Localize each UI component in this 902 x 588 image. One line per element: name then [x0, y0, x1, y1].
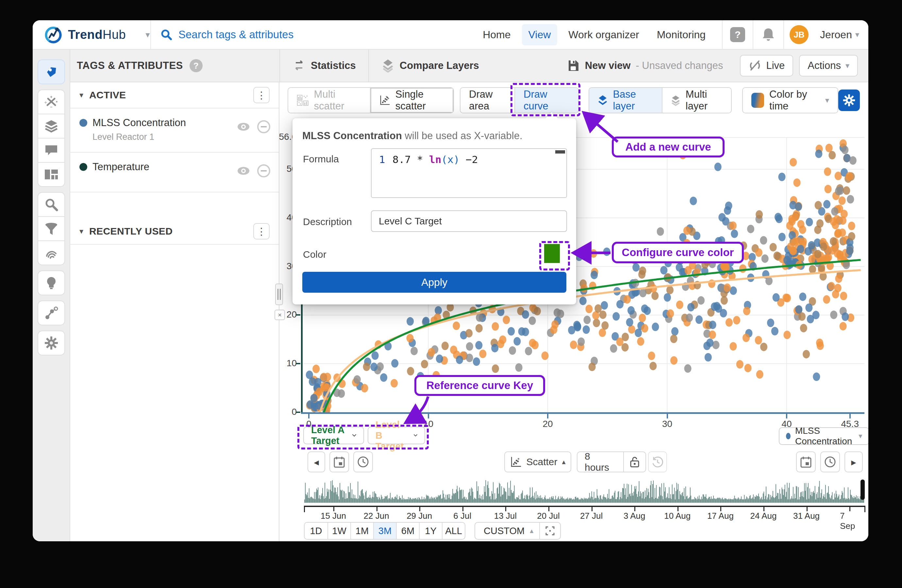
rail-tags-button[interactable]: [38, 59, 65, 84]
base-layer-button[interactable]: Base layer: [589, 88, 662, 113]
time-gradient-icon: [751, 93, 764, 108]
x-tick-mark: [308, 414, 310, 419]
rail-context-items-button[interactable]: [38, 300, 65, 325]
formula-editor[interactable]: 1 8.7 * ln(x) −2: [371, 148, 567, 198]
user-name[interactable]: Jeroen: [820, 29, 852, 41]
actions-button[interactable]: Actions ▾: [799, 55, 858, 77]
color-by-time-button[interactable]: Color by time ▾: [743, 88, 838, 113]
ref-curve-a-dropdown[interactable]: Level A Target: [303, 427, 364, 444]
user-menu-caret-icon[interactable]: ▾: [855, 30, 859, 39]
live-button[interactable]: Live: [740, 55, 793, 77]
active-section-header[interactable]: ▾ ACTIVE ⋮: [70, 82, 279, 108]
rail-comments-button[interactable]: [38, 138, 65, 163]
chart-mode-dropdown[interactable]: Scatter ▴: [504, 452, 571, 472]
start-date-button[interactable]: [329, 452, 349, 472]
layers-icon: [44, 120, 58, 133]
curve-color-swatch[interactable]: [544, 244, 560, 263]
trendhub-logo-icon: [44, 25, 63, 44]
brand-caret-icon[interactable]: ▾: [146, 30, 150, 40]
end-time-button[interactable]: [820, 452, 840, 472]
collapse-caret-icon[interactable]: ▾: [80, 227, 83, 236]
help-button[interactable]: ?: [723, 20, 753, 49]
search-bar[interactable]: Search tags & attributes: [151, 28, 476, 41]
timeline-tick: [720, 507, 721, 511]
active-section-menu-button[interactable]: ⋮: [253, 87, 269, 103]
tag-item-temperature[interactable]: Temperature: [70, 153, 279, 192]
brand-logo[interactable]: TrendHub ▾: [33, 25, 150, 44]
notifications-button[interactable]: [753, 20, 783, 49]
nav-monitoring[interactable]: Monitoring: [650, 24, 712, 45]
panel-help-icon[interactable]: ?: [189, 59, 203, 72]
rail-search-button[interactable]: [38, 192, 65, 217]
rail-fingerprint-button[interactable]: [38, 241, 65, 265]
formula-code[interactable]: 8.7 * ln(x) −2: [393, 153, 478, 165]
pan-left-button[interactable]: ◂: [307, 452, 325, 472]
time-window-group[interactable]: 8 hours: [577, 452, 646, 472]
view-status: - Unsaved changes: [636, 60, 723, 72]
range-all-button[interactable]: ALL: [442, 523, 465, 539]
start-time-button[interactable]: [353, 452, 373, 472]
nav-work-organizer[interactable]: Work organizer: [562, 24, 645, 45]
description-input[interactable]: Level C Target: [371, 210, 567, 232]
rail-dashboards-button[interactable]: [38, 162, 65, 187]
range-1y-button[interactable]: 1Y: [419, 523, 442, 539]
panel-resize-handle[interactable]: [275, 283, 283, 305]
collapse-caret-icon[interactable]: ▾: [80, 91, 83, 100]
end-date-button[interactable]: [796, 452, 816, 472]
pan-right-button[interactable]: ▸: [844, 452, 863, 472]
editor-scrollbar[interactable]: [555, 150, 565, 153]
panel-collapse-button[interactable]: ×: [274, 310, 285, 320]
multi-scatter-button[interactable]: Multi scatter: [288, 88, 370, 113]
custom-range-group[interactable]: CUSTOM ▴: [474, 522, 561, 540]
y-tick-label: 10: [272, 358, 297, 369]
range-1m-button[interactable]: 1M: [350, 523, 373, 539]
range-1w-button[interactable]: 1W: [327, 523, 350, 539]
range-3m-button[interactable]: 3M: [373, 523, 396, 539]
visibility-eye-icon[interactable]: [236, 166, 251, 176]
visibility-eye-icon[interactable]: [236, 122, 251, 132]
draw-area-button[interactable]: Draw area: [460, 88, 514, 113]
timeline-tick: [334, 507, 334, 511]
search-icon: [44, 198, 58, 211]
rail-formulas-button[interactable]: + ÷ * −: [38, 89, 65, 114]
history-button[interactable]: [648, 452, 667, 472]
tag-color-dot: [80, 163, 87, 171]
user-avatar[interactable]: JB: [784, 20, 814, 49]
single-scatter-button[interactable]: Single scatter: [370, 88, 453, 113]
context-graph-icon: [44, 306, 58, 320]
nav-home[interactable]: Home: [476, 24, 517, 45]
recently-used-menu-button[interactable]: ⋮: [253, 223, 269, 239]
formula-label: Formula: [303, 153, 339, 165]
x-variable-legend-dropdown[interactable]: MLSS Concentration ▾: [779, 427, 868, 445]
remove-tag-icon[interactable]: [257, 120, 271, 134]
view-name: New view: [585, 60, 631, 72]
timeline-cursor-handle[interactable]: [860, 480, 865, 500]
tag-item-mlss[interactable]: MLSS Concentration Level Reactor 1: [70, 108, 279, 153]
ref-curve-b-dropdown[interactable]: Level B Target: [368, 427, 425, 444]
range-1d-button[interactable]: 1D: [305, 523, 327, 539]
rail-settings-button[interactable]: [38, 331, 65, 355]
legend-caret-icon: ▾: [858, 432, 862, 440]
chart-settings-button[interactable]: [838, 89, 860, 111]
rail-recommendations-button[interactable]: [38, 271, 65, 295]
timeline-tick: [634, 507, 635, 511]
remove-tag-icon[interactable]: [257, 164, 271, 178]
timeline-month-label: 13 Jul: [494, 511, 517, 521]
rail-filter-button[interactable]: [38, 216, 65, 241]
fit-range-button[interactable]: [540, 526, 560, 536]
timeline-strip[interactable]: [304, 476, 865, 504]
recently-used-section-header[interactable]: ▾ RECENTLY USED ⋮: [70, 219, 279, 245]
nav-view[interactable]: View: [522, 24, 557, 45]
multi-layer-button[interactable]: Multi layer: [662, 88, 731, 113]
compare-layers-button[interactable]: Compare Layers: [368, 49, 492, 82]
statistics-button[interactable]: Statistics: [279, 49, 368, 82]
y-tick-mark: [296, 411, 300, 413]
time-window-value[interactable]: 8 hours: [578, 451, 623, 473]
range-6m-button[interactable]: 6M: [396, 523, 419, 539]
timeline-month-label: 31 Aug: [793, 511, 820, 521]
apply-button[interactable]: Apply: [302, 272, 566, 293]
lock-window-button[interactable]: [624, 456, 645, 468]
draw-curve-button[interactable]: Draw curve: [514, 88, 578, 113]
comment-icon: [44, 144, 58, 156]
rail-layers-button[interactable]: [38, 114, 65, 139]
